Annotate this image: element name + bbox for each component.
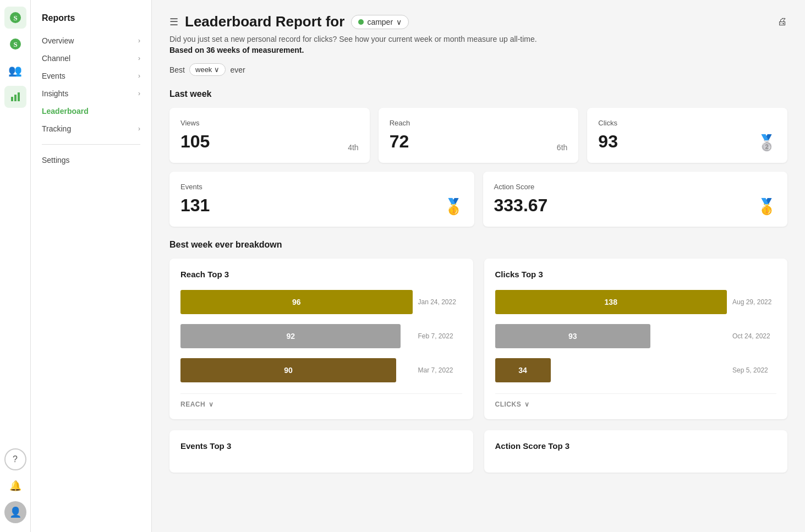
sidebar-item-events[interactable]: Events › (31, 67, 151, 85)
subtitle: Did you just set a new personal record f… (169, 35, 787, 43)
sidebar-divider (42, 144, 140, 145)
menu-icon[interactable]: ☰ (169, 16, 178, 28)
reach-bar-bronze: 90 (180, 358, 396, 382)
reach-bar-silver: 92 (180, 324, 401, 348)
stat-medal-events: 🥇 (444, 198, 463, 216)
clicks-bar-3: 34 Sep 5, 2022 (495, 358, 777, 382)
clicks-bar-1: 138 Aug 29, 2022 (495, 290, 777, 314)
people-icon[interactable]: 👥 (4, 59, 26, 81)
subtitle-bold: Based on 36 weeks of measurement. (169, 46, 787, 54)
chevron-icon: › (138, 90, 140, 97)
stat-rank-reach: 6th (557, 143, 567, 152)
clicks-bar-silver: 93 (495, 324, 650, 348)
reach-chart-title: Reach Top 3 (180, 270, 462, 279)
svg-text:S: S (13, 14, 17, 22)
stat-card-reach: Reach 72 6th (379, 108, 579, 163)
sidebar: Reports Overview › Channel › Events › In… (31, 0, 152, 532)
ever-label: ever (230, 65, 245, 74)
last-week-title: Last week (169, 89, 787, 99)
stat-value-events: 131 (180, 195, 210, 216)
main-content: ☰ Leaderboard Report for camper ∨ 🖨 Did … (152, 0, 805, 532)
icon-bar-bottom: ? 🔔 👤 (4, 448, 26, 532)
action-score-top3-card: Action Score Top 3 (484, 430, 788, 473)
svg-rect-5 (14, 95, 17, 101)
week-selector[interactable]: week ∨ (189, 63, 226, 76)
stats-grid-bottom: Events 131 🥇 Action Score 333.67 🥇 (169, 172, 787, 227)
stat-card-views: Views 105 4th (169, 108, 370, 163)
stat-value-reach: 72 (390, 131, 409, 152)
stat-card-clicks: Clicks 93 🥈 (587, 108, 787, 163)
reach-date-2: Feb 7, 2022 (418, 332, 462, 340)
bell-icon[interactable]: 🔔 (4, 475, 26, 497)
reach-date-1: Jan 24, 2022 (418, 298, 462, 306)
page-header: ☰ Leaderboard Report for camper ∨ 🖨 (169, 13, 787, 30)
sidebar-item-overview[interactable]: Overview › (31, 32, 151, 50)
reach-bar-chart: 96 Jan 24, 2022 92 Feb 7, 2022 90 Mar 7,… (180, 290, 462, 382)
sidebar-title: Reports (31, 9, 151, 32)
print-icon[interactable]: 🖨 (777, 16, 787, 28)
sidebar-item-insights[interactable]: Insights › (31, 85, 151, 102)
clicks-bar-chart: 138 Aug 29, 2022 93 Oct 24, 2022 34 Sep … (495, 290, 777, 382)
chevron-down-icon: ∨ (524, 401, 530, 408)
clicks-date-3: Sep 5, 2022 (732, 366, 776, 374)
clicks-chart-card: Clicks Top 3 138 Aug 29, 2022 93 Oct 24,… (484, 259, 788, 419)
reach-chart-card: Reach Top 3 96 Jan 24, 2022 92 Feb 7, 20… (169, 259, 473, 419)
reach-footer[interactable]: REACH ∨ (180, 393, 462, 408)
events-top3-card: Events Top 3 (169, 430, 473, 473)
reach-bar-1: 96 Jan 24, 2022 (180, 290, 462, 314)
clicks-date-1: Aug 29, 2022 (732, 298, 776, 306)
clicks-bar-gold: 138 (495, 290, 727, 314)
bottom-sections: Events Top 3 Action Score Top 3 (169, 430, 787, 473)
reach-date-3: Mar 7, 2022 (418, 366, 462, 374)
clicks-bar-bronze: 34 (495, 358, 551, 382)
camper-selector[interactable]: camper ∨ (351, 15, 409, 29)
stat-label-action-score: Action Score (494, 183, 777, 191)
events-top3-title: Events Top 3 (180, 441, 462, 451)
action-score-top3-title: Action Score Top 3 (495, 441, 777, 451)
stat-label-clicks: Clicks (598, 119, 776, 127)
sidebar-item-settings[interactable]: Settings (31, 151, 151, 169)
clicks-bar-2: 93 Oct 24, 2022 (495, 324, 777, 348)
sidebar-item-leaderboard[interactable]: Leaderboard (31, 102, 151, 120)
clicks-date-2: Oct 24, 2022 (732, 332, 776, 340)
page-title: Leaderboard Report for (185, 13, 344, 30)
chevron-down-icon: ∨ (209, 401, 214, 408)
icon-bar: S S 👥 ? 🔔 👤 (0, 0, 31, 532)
stat-label-views: Views (180, 119, 359, 127)
chevron-icon: › (138, 72, 140, 80)
chevron-down-icon: ∨ (396, 18, 402, 26)
dollar-icon-1[interactable]: S (4, 7, 26, 29)
charts-row: Reach Top 3 96 Jan 24, 2022 92 Feb 7, 20… (169, 259, 787, 419)
stat-rank-views: 4th (348, 143, 358, 152)
help-icon[interactable]: ? (4, 448, 26, 470)
chevron-icon: › (138, 54, 140, 62)
best-label: Best (169, 65, 185, 74)
chart-icon[interactable] (4, 86, 26, 108)
clicks-footer[interactable]: CLICKS ∨ (495, 393, 777, 408)
stats-grid-top: Views 105 4th Reach 72 6th Clicks 93 🥈 (169, 108, 787, 163)
breakdown-title: Best week ever breakdown (169, 240, 787, 250)
stat-value-action-score: 333.67 (494, 195, 548, 216)
stat-card-action-score: Action Score 333.67 🥇 (483, 172, 788, 227)
stat-medal-action-score: 🥇 (757, 198, 776, 216)
clicks-chart-title: Clicks Top 3 (495, 270, 777, 279)
stat-medal-clicks: 🥈 (757, 134, 776, 152)
reach-bar-gold: 96 (180, 290, 413, 314)
stat-value-clicks: 93 (598, 131, 618, 152)
stat-label-events: Events (180, 183, 463, 191)
svg-rect-6 (18, 92, 20, 101)
stat-label-reach: Reach (390, 119, 568, 127)
best-row: Best week ∨ ever (169, 63, 787, 76)
svg-text:S: S (13, 40, 17, 48)
dollar-icon-2[interactable]: S (4, 33, 26, 55)
chevron-down-icon: ∨ (214, 65, 220, 74)
svg-rect-4 (11, 97, 13, 101)
stat-card-events: Events 131 🥇 (169, 172, 474, 227)
sidebar-item-channel[interactable]: Channel › (31, 50, 151, 67)
stat-value-views: 105 (180, 131, 210, 152)
user-avatar[interactable]: 👤 (4, 501, 26, 523)
sidebar-item-tracking[interactable]: Tracking › (31, 120, 151, 138)
camper-dot (358, 19, 364, 25)
chevron-icon: › (138, 37, 140, 45)
chevron-icon: › (138, 125, 140, 133)
